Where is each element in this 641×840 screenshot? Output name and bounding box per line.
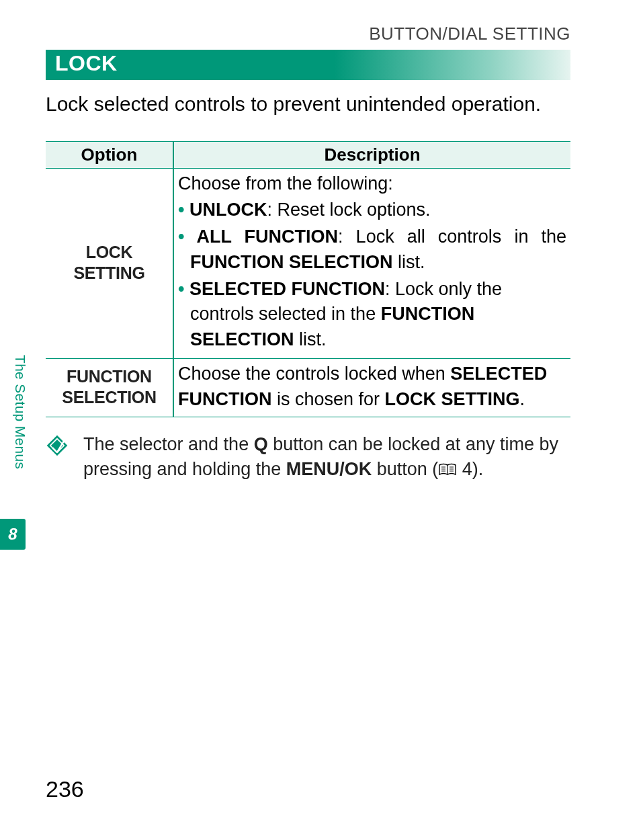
note-page-ref: 4). — [457, 459, 483, 479]
note-menuok: MENU/OK — [286, 459, 372, 479]
note-fragment: The selector and the — [83, 434, 254, 454]
side-chapter-tab: 8 — [0, 519, 26, 550]
note-q-button: Q — [254, 434, 268, 454]
note: The selector and the Q button can be loc… — [46, 432, 570, 485]
option-label-text: FUNCTIONSELECTION — [62, 366, 156, 409]
item-name: SELECTED FUNCTION — [189, 279, 385, 299]
desc-text: . — [520, 389, 525, 409]
desc-bold: LOCK SETTING — [385, 389, 520, 409]
desc-text: Choose the controls locked when — [178, 364, 450, 384]
note-diamond-icon — [46, 434, 69, 457]
desc-text: is chosen for — [271, 389, 384, 409]
option-description: Choose from the following: UNLOCK: Reset… — [173, 168, 570, 359]
section-title: LOCK — [46, 50, 570, 80]
table-header-option: Option — [46, 141, 173, 168]
table-row: FUNCTIONSELECTION Choose the controls lo… — [46, 359, 570, 417]
breadcrumb: BUTTON/DIAL SETTING — [46, 24, 570, 44]
page-content: BUTTON/DIAL SETTING LOCK Lock selected c… — [46, 24, 570, 484]
options-table: Option Description LOCK SETTING Choose f… — [46, 141, 570, 417]
table-row: LOCK SETTING Choose from the following: … — [46, 168, 570, 359]
side-section-label: The Setup Menus — [12, 355, 28, 469]
item-name: ALL FUNCTION — [197, 226, 339, 247]
item-text: list. — [294, 329, 327, 349]
page-reference-icon — [438, 458, 457, 484]
item-text: list. — [393, 252, 425, 272]
option-label-lock-setting: LOCK SETTING — [46, 168, 173, 359]
item-text: : Reset lock options. — [267, 200, 430, 220]
note-fragment: button ( — [372, 459, 438, 479]
table-header-description: Description — [173, 141, 570, 168]
list-item: ALL FUNCTION: Lock all controls in the F… — [178, 224, 566, 276]
option-description: Choose the controls locked when SELECTED… — [173, 359, 570, 417]
page-number: 236 — [46, 776, 84, 802]
item-text: : Lock all controls in the — [338, 226, 566, 247]
note-text: The selector and the Q button can be loc… — [83, 432, 570, 485]
list-item: SELECTED FUNCTION: Lock only the control… — [178, 277, 566, 353]
option-label-function-selection: FUNCTIONSELECTION — [46, 359, 173, 417]
intro-text: Lock selected controls to prevent uninte… — [46, 91, 570, 118]
item-name: UNLOCK — [189, 200, 267, 220]
item-bold: FUNCTION SELECTION — [190, 252, 393, 272]
description-lead: Choose from the following: — [178, 171, 566, 197]
list-item: UNLOCK: Reset lock options. — [178, 198, 566, 223]
